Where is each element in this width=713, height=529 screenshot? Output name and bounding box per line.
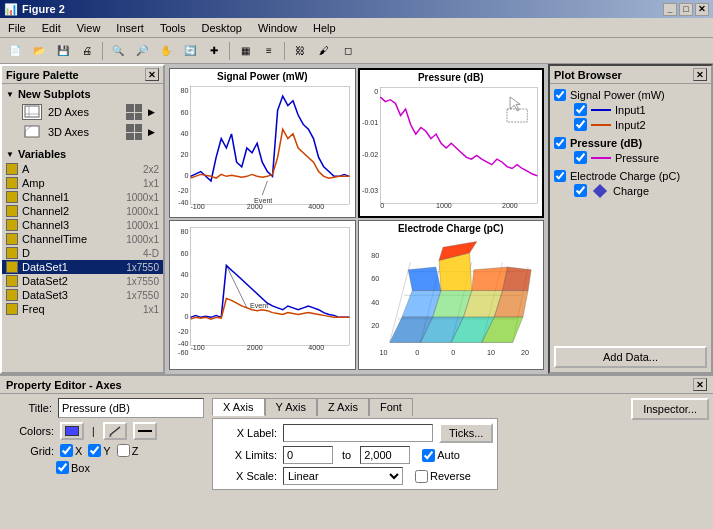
var-item-A[interactable]: A 2x2 xyxy=(2,162,163,176)
plot-signal-power[interactable]: Signal Power (mW) 80 60 40 20 0 -20 -40 … xyxy=(169,68,356,218)
close-button[interactable]: ✕ xyxy=(695,3,709,16)
svg-text:Event: Event xyxy=(250,302,268,309)
pb-label-signal-power: Signal Power (mW) xyxy=(570,89,665,101)
var-size-Amp: 1x1 xyxy=(143,178,159,189)
ticks-button[interactable]: Ticks... xyxy=(439,423,493,443)
pb-check-input2[interactable] xyxy=(574,118,587,131)
pe-title-input[interactable] xyxy=(58,398,204,418)
menu-insert[interactable]: Insert xyxy=(112,20,148,36)
line-color-button[interactable] xyxy=(133,422,157,440)
menu-edit[interactable]: Edit xyxy=(38,20,65,36)
variables-header[interactable]: ▼ Variables xyxy=(2,146,163,162)
menu-desktop[interactable]: Desktop xyxy=(198,20,246,36)
pb-line-pressure xyxy=(591,157,611,159)
tab-x-axis[interactable]: X Axis xyxy=(212,398,265,416)
foreground-color-button[interactable] xyxy=(103,422,127,440)
var-item-DataSet3[interactable]: DataSet3 1x7550 xyxy=(2,288,163,302)
plot-signal-bottom[interactable]: 80 60 40 20 0 -20 -40 -60 -80 -100 2000 … xyxy=(169,220,356,370)
maximize-button[interactable]: □ xyxy=(679,3,693,16)
menu-file[interactable]: File xyxy=(4,20,30,36)
auto-checkbox[interactable] xyxy=(422,449,435,462)
minimize-button[interactable]: _ xyxy=(663,3,677,16)
pe-xscale-select[interactable]: Linear Log xyxy=(283,467,403,485)
pb-check-input1[interactable] xyxy=(574,103,587,116)
var-item-DataSet2[interactable]: DataSet2 1x7550 xyxy=(2,274,163,288)
grid-x-checkbox[interactable] xyxy=(60,444,73,457)
zoom-out-button[interactable]: 🔎 xyxy=(131,40,153,62)
zoom-in-button[interactable]: 🔍 xyxy=(107,40,129,62)
tab-font[interactable]: Font xyxy=(369,398,413,416)
var-item-Amp[interactable]: Amp 1x1 xyxy=(2,176,163,190)
pb-item-signal-power[interactable]: Signal Power (mW) xyxy=(554,88,707,102)
var-item-ChannelTime[interactable]: ChannelTime 1000x1 xyxy=(2,232,163,246)
palette-item-3d[interactable]: 3D Axes ▶ xyxy=(6,122,159,142)
var-item-Channel3[interactable]: Channel3 1000x1 xyxy=(2,218,163,232)
pb-check-pressure-line[interactable] xyxy=(574,151,587,164)
pe-close[interactable]: ✕ xyxy=(693,378,707,391)
pan-button[interactable]: ✋ xyxy=(155,40,177,62)
pb-check-pressure[interactable] xyxy=(554,137,566,149)
plot-browser-close[interactable]: ✕ xyxy=(693,68,707,81)
new-subplots-header[interactable]: ▼ New Subplots xyxy=(6,86,159,102)
box-checkbox[interactable] xyxy=(56,461,69,474)
var-name-DataSet3: DataSet3 xyxy=(22,289,126,301)
menu-window[interactable]: Window xyxy=(254,20,301,36)
plot-pressure[interactable]: Pressure (dB) 0 -0.01 -0.02 -0.03 0 1000… xyxy=(358,68,545,218)
var-item-Channel2[interactable]: Channel2 1000x1 xyxy=(2,204,163,218)
menu-tools[interactable]: Tools xyxy=(156,20,190,36)
brush-button[interactable]: 🖌 xyxy=(313,40,335,62)
window-title: Figure 2 xyxy=(22,3,65,15)
palette-scroll[interactable]: ▼ New Subplots 2D Axes xyxy=(2,84,163,372)
link-axes-button[interactable]: ⛓ xyxy=(289,40,311,62)
svg-text:80: 80 xyxy=(371,252,379,259)
svg-text:4000: 4000 xyxy=(308,204,324,211)
pe-xlimits-from[interactable] xyxy=(283,446,333,464)
var-icon-Channel3 xyxy=(6,219,18,231)
var-item-Channel1[interactable]: Channel1 1000x1 xyxy=(2,190,163,204)
grid-z-checkbox[interactable] xyxy=(117,444,130,457)
var-size-DataSet1: 1x7550 xyxy=(126,262,159,273)
pe-colors-row: Colors: | xyxy=(4,422,204,440)
reverse-checkbox[interactable] xyxy=(415,470,428,483)
print-button[interactable]: 🖨 xyxy=(76,40,98,62)
plot-electrode-charge[interactable]: Electrode Charge (pC) 80 60 40 20 10 0 0… xyxy=(358,220,545,370)
pb-item-electrode[interactable]: Electrode Charge (pC) xyxy=(554,169,707,183)
pb-check-signal-power[interactable] xyxy=(554,89,566,101)
new-figure-button[interactable]: 📄 xyxy=(4,40,26,62)
pe-xlimits-to[interactable] xyxy=(360,446,410,464)
add-data-button[interactable]: Add Data... xyxy=(554,346,707,368)
open-button[interactable]: 📂 xyxy=(28,40,50,62)
menu-help[interactable]: Help xyxy=(309,20,340,36)
var-icon-ChannelTime xyxy=(6,233,18,245)
svg-text:0: 0 xyxy=(184,172,188,179)
pe-to-label: to xyxy=(342,449,351,461)
var-size-D: 4-D xyxy=(143,248,159,259)
var-size-Channel3: 1000x1 xyxy=(126,220,159,231)
pb-sub-pressure: Pressure xyxy=(554,150,707,165)
pb-check-electrode[interactable] xyxy=(554,170,566,182)
tab-y-axis[interactable]: Y Axis xyxy=(265,398,317,416)
3d-expand-arrow: ▶ xyxy=(148,127,155,137)
pb-check-charge[interactable] xyxy=(574,184,587,197)
pe-xlabel-input[interactable] xyxy=(283,424,433,442)
grid-x-label: X xyxy=(60,444,82,457)
select-data-button[interactable]: ◻ xyxy=(337,40,359,62)
palette-item-2d[interactable]: 2D Axes ▶ xyxy=(6,102,159,122)
save-button[interactable]: 💾 xyxy=(52,40,74,62)
datacursor-button[interactable]: ✚ xyxy=(203,40,225,62)
svg-text:-100: -100 xyxy=(191,345,206,352)
background-color-button[interactable] xyxy=(60,422,84,440)
figure-palette-close[interactable]: ✕ xyxy=(145,68,159,81)
inspector-button[interactable]: Inspector... xyxy=(631,398,709,420)
insert-colorbar-button[interactable]: ▦ xyxy=(234,40,256,62)
var-item-D[interactable]: D 4-D xyxy=(2,246,163,260)
tab-z-axis[interactable]: Z Axis xyxy=(317,398,369,416)
insert-legend-button[interactable]: ≡ xyxy=(258,40,280,62)
pb-item-pressure[interactable]: Pressure (dB) xyxy=(554,136,707,150)
grid-y-checkbox[interactable] xyxy=(88,444,101,457)
var-item-Freq[interactable]: Freq 1x1 xyxy=(2,302,163,316)
var-item-DataSet1[interactable]: DataSet1 1x7550 xyxy=(2,260,163,274)
rotate-button[interactable]: 🔄 xyxy=(179,40,201,62)
menu-view[interactable]: View xyxy=(73,20,105,36)
svg-text:20: 20 xyxy=(520,349,528,356)
